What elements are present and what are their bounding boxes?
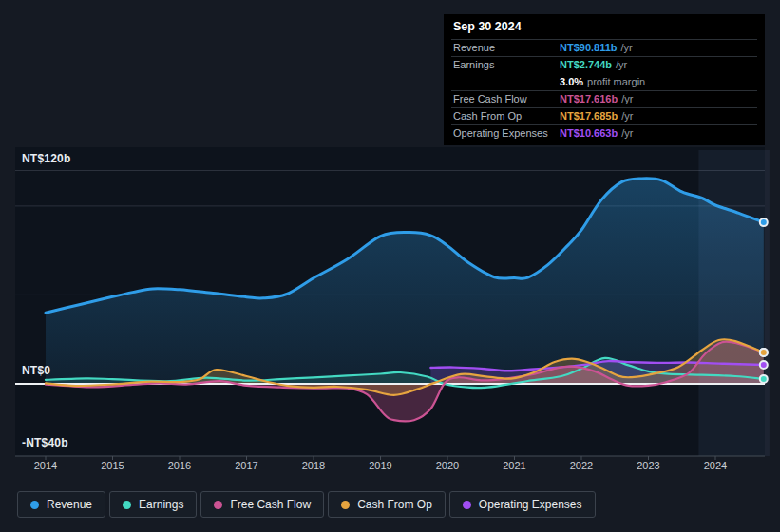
tooltip-label: Free Cash Flow xyxy=(453,91,560,107)
earnings-dot-icon xyxy=(123,501,131,509)
chart-legend: Revenue Earnings Free Cash Flow Cash Fro… xyxy=(17,491,596,518)
legend-item-revenue[interactable]: Revenue xyxy=(17,491,105,518)
tooltip-date: Sep 30 2024 xyxy=(444,14,765,39)
tooltip-value: NT$17.685b xyxy=(560,108,618,124)
y-axis-label-120b: NT$120b xyxy=(22,152,70,165)
operating-expenses-dot-icon xyxy=(463,501,471,509)
legend-label: Revenue xyxy=(47,498,92,511)
profit-margin-label: profit margin xyxy=(587,74,645,90)
x-axis-year-label: 2017 xyxy=(223,460,271,471)
tooltip-value: NT$90.811b xyxy=(560,40,618,56)
y-axis-label-0: NT$0 xyxy=(22,364,50,377)
tooltip-label: Revenue xyxy=(453,40,560,56)
tooltip-row-revenue: Revenue NT$90.811b /yr xyxy=(451,39,757,56)
revenue-dot-icon xyxy=(30,501,39,509)
legend-label: Operating Expenses xyxy=(479,498,582,511)
tooltip-value: NT$10.663b xyxy=(560,125,618,142)
tooltip-value: NT$17.616b xyxy=(560,91,618,107)
x-axis-year-label: 2023 xyxy=(625,460,673,471)
legend-item-free-cash-flow[interactable]: Free Cash Flow xyxy=(200,491,324,518)
tooltip-unit: /yr xyxy=(616,57,627,73)
x-axis-year-label: 2018 xyxy=(290,460,337,471)
cash-from-op-dot-icon xyxy=(341,501,350,509)
legend-item-earnings[interactable]: Earnings xyxy=(109,491,197,518)
legend-label: Cash From Op xyxy=(357,498,432,511)
legend-label: Earnings xyxy=(139,498,183,511)
tooltip-row-cash-from-op: Cash From Op NT$17.685b /yr xyxy=(451,107,757,124)
tooltip-row-operating-expenses: Operating Expenses NT$10.663b /yr xyxy=(451,124,757,142)
chart-tooltip: Sep 30 2024 Revenue NT$90.811b /yr Earni… xyxy=(444,14,765,145)
stock-financials-chart-page: NT$120b NT$0 -NT$40b 2014201520162017201… xyxy=(0,0,780,532)
tooltip-unit: /yr xyxy=(621,108,633,124)
x-axis-year-label: 2015 xyxy=(89,460,137,471)
x-axis-year-label: 2020 xyxy=(424,460,471,471)
legend-item-operating-expenses[interactable]: Operating Expenses xyxy=(449,491,596,518)
tooltip-label: Cash From Op xyxy=(453,108,560,124)
tooltip-value: NT$2.744b xyxy=(560,57,612,73)
tooltip-label: Earnings xyxy=(453,57,560,73)
x-axis-year-label: 2024 xyxy=(692,460,739,471)
tooltip-unit: /yr xyxy=(621,91,633,107)
y-axis-label-neg40b: -NT$40b xyxy=(22,436,68,449)
tooltip-row-earnings: Earnings NT$2.744b /yr xyxy=(451,56,757,73)
x-axis-year-label: 2022 xyxy=(558,460,605,471)
x-axis-year-label: 2019 xyxy=(357,460,405,471)
tooltip-unit: /yr xyxy=(621,40,633,56)
x-axis-year-label: 2016 xyxy=(156,460,203,471)
tooltip-row-free-cash-flow: Free Cash Flow NT$17.616b /yr xyxy=(451,90,757,107)
tooltip-row-profit-margin: 3.0% profit margin xyxy=(451,73,757,90)
tooltip-unit: /yr xyxy=(621,125,633,142)
legend-label: Free Cash Flow xyxy=(230,498,311,511)
profit-margin-value: 3.0% xyxy=(560,74,583,90)
free-cash-flow-dot-icon xyxy=(214,501,222,509)
x-axis-year-label: 2014 xyxy=(22,460,69,471)
legend-item-cash-from-op[interactable]: Cash From Op xyxy=(328,491,446,518)
x-axis-year-label: 2021 xyxy=(491,460,539,471)
tooltip-label: Operating Expenses xyxy=(453,125,560,142)
